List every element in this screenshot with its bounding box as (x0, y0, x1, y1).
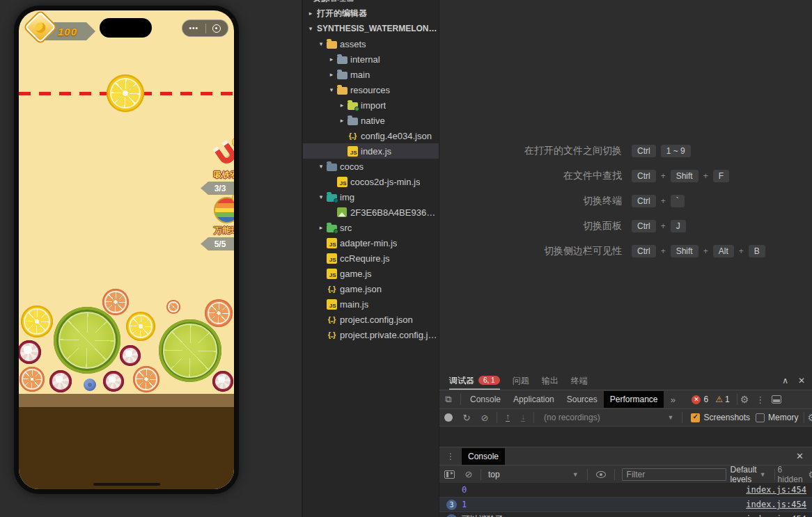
console-log-row[interactable]: 31index.js:454 (439, 498, 812, 512)
devtools-menu-icon[interactable]: ⋮ (756, 395, 765, 405)
warning-count[interactable]: ⚠ 1 (715, 395, 729, 404)
home-indicator (93, 483, 160, 486)
devtools-settings-icon[interactable]: ⚙ (740, 394, 749, 405)
chevron-down-icon[interactable]: ▾ (316, 193, 326, 200)
devtools-tab-performance[interactable]: Performance (604, 391, 664, 408)
folder-green-icon (347, 100, 358, 111)
capsule-menu-icon[interactable]: ••• (189, 25, 199, 32)
rainbow-ball-powerup-icon[interactable]: ▶ (214, 197, 234, 223)
source-location-link[interactable]: index.js:454 (746, 500, 806, 509)
panel-close-icon[interactable]: ✕ (798, 376, 805, 385)
game-screen[interactable]: 100 ••• ▶ 吸铁石 3/3 ▶ 万能球 5/5 (19, 10, 234, 489)
tree-row-main[interactable]: ▸main (303, 67, 439, 82)
shortcut-keys: Ctrl1 ~ 9 (632, 145, 691, 157)
miniprogram-capsule[interactable]: ••• (182, 19, 228, 37)
tree-row-img[interactable]: ▾img (303, 189, 439, 205)
mangosteen-fruit (120, 345, 141, 366)
tree-row-cocos2d-js-min-js[interactable]: JScocos2d-js-min.js (303, 174, 439, 189)
shortcut-keys: Ctrl+Shift+Alt+B (632, 245, 765, 257)
panel-tab-输出[interactable]: 输出 (542, 371, 559, 390)
tree-row-native[interactable]: ▸native (303, 113, 439, 128)
chevron-down-icon[interactable]: ▾ (327, 86, 336, 93)
mangosteen-fruit (49, 370, 72, 392)
log-levels-dropdown[interactable]: Default levels (731, 465, 757, 484)
tree-row-synthesis-watermelon-main[interactable]: ▾SYNTHESIS_WATERMELON-MAIN (303, 21, 439, 36)
devtools-toolbar: ⧉ ConsoleApplicationSourcesPerformance »… (439, 390, 812, 408)
tree-row-ccrequire-js[interactable]: JSccRequire.js (303, 250, 439, 266)
chevron-right-icon[interactable]: ▸ (316, 224, 326, 231)
clear-console-icon[interactable]: ⊘ (460, 469, 478, 479)
tree-row-2f3e6b8a4be936870-[interactable]: 2F3E6B8A4BE936870... (303, 205, 439, 220)
tree-row-project-private-config-js-[interactable]: {..}project.private.config.js... (303, 327, 439, 342)
console-settings-icon[interactable]: ⚙ (809, 469, 812, 480)
explorer-header: 资源管理器 (303, 0, 439, 6)
memory-checkbox[interactable] (756, 413, 765, 422)
tree-row-assets[interactable]: ▾assets (303, 36, 439, 51)
chevron-down-icon[interactable]: ▾ (316, 163, 326, 170)
more-tabs-icon[interactable]: » (664, 395, 682, 405)
console-log-row[interactable]: 0index.js:454 (439, 483, 812, 498)
chevron-right-icon[interactable]: ▸ (337, 117, 347, 124)
game-preview-phone: 100 ••• ▶ 吸铁石 3/3 ▶ 万能球 5/5 (14, 6, 239, 494)
keycap: Ctrl (632, 170, 656, 182)
dock-side-icon[interactable] (772, 395, 781, 404)
recordings-caret-icon[interactable]: ▼ (667, 414, 673, 421)
tree-row-adapter-min-js[interactable]: JSadapter-min.js (303, 235, 439, 250)
capture-settings-icon[interactable]: ⚙ (807, 412, 812, 423)
devtools-tab-console[interactable]: Console (464, 391, 507, 408)
drawer-menu-icon[interactable]: ⋮ (446, 455, 455, 458)
record-button[interactable] (444, 413, 453, 422)
tree-row-index-js[interactable]: JSindex.js (303, 143, 439, 159)
panel-maximize-icon[interactable]: ∧ (782, 376, 788, 385)
tree-row-src[interactable]: ▸src (303, 220, 439, 235)
tree-row-project-config-json[interactable]: {..}project.config.json (303, 312, 439, 327)
chevron-right-icon[interactable]: ▸ (337, 102, 347, 109)
reload-and-record-icon[interactable]: ↻ (458, 413, 476, 423)
inspect-element-icon[interactable]: ⧉ (439, 394, 458, 405)
console-filter-input[interactable] (622, 468, 726, 481)
recordings-dropdown[interactable]: (no recordings) (544, 413, 600, 422)
drawer-close-icon[interactable]: ✕ (796, 451, 812, 461)
console-log-list: 0index.js:45431index.js:454可以消除了index.js… (439, 483, 812, 517)
screenshots-checkbox[interactable] (691, 413, 700, 422)
source-location-link[interactable]: index.js:454 (746, 514, 806, 517)
ground (19, 407, 234, 489)
magnet-powerup-icon[interactable]: ▶ (214, 141, 234, 168)
tree-row-label: img (340, 192, 354, 202)
panel-tab-终端[interactable]: 终端 (571, 371, 588, 390)
tree-row-import[interactable]: ▸import (303, 97, 439, 113)
levels-caret-icon[interactable]: ▼ (760, 471, 766, 478)
save-profile-icon[interactable]: ↓ (521, 413, 525, 422)
devtools-tab-application[interactable]: Application (507, 391, 561, 408)
console-log-row[interactable]: 可以消除了index.js:454 (439, 512, 812, 517)
editor-empty-area[interactable]: 在打开的文件之间切换Ctrl1 ~ 9在文件中查找Ctrl+Shift+F切换终… (439, 0, 812, 371)
panel-tab-问题[interactable]: 问题 (513, 371, 529, 390)
clear-recordings-icon[interactable]: ⊘ (476, 413, 494, 423)
source-location-link[interactable]: index.js:454 (746, 485, 806, 495)
context-selector[interactable]: top (488, 470, 500, 479)
chevron-down-icon[interactable]: ▾ (316, 40, 326, 47)
shortcut-label: 切换侧边栏可见性 (439, 245, 622, 257)
tree-row-main-js[interactable]: JSmain.js (303, 296, 439, 312)
context-caret-icon[interactable]: ▼ (572, 471, 579, 478)
chevron-right-icon[interactable]: ▸ (327, 56, 336, 63)
chevron-down-icon[interactable]: ▾ (306, 25, 315, 32)
error-count[interactable]: ✕ 6 (692, 395, 708, 404)
tree-row-config-4e034-json[interactable]: {..}config.4e034.json (303, 128, 439, 143)
tree-row-cocos[interactable]: ▾cocos (303, 159, 439, 174)
devtools-tab-sources[interactable]: Sources (561, 391, 604, 408)
capsule-exit-icon[interactable] (212, 24, 221, 33)
tree-row-resources[interactable]: ▾resources (303, 82, 439, 97)
tree-row-game-json[interactable]: {..}game.json (303, 281, 439, 296)
tree-row-game-js[interactable]: JSgame.js (303, 266, 439, 281)
chevron-right-icon[interactable]: ▸ (306, 10, 315, 17)
tree-row-label: import (361, 100, 386, 111)
panel-tab-调试器[interactable]: 调试器6, 1 (449, 371, 500, 390)
drawer-tab-console[interactable]: Console (462, 448, 505, 465)
tree-row--[interactable]: ▸打开的编辑器 (303, 6, 439, 21)
console-sidebar-icon[interactable] (444, 470, 455, 479)
tree-row-internal[interactable]: ▸internal (303, 51, 439, 67)
chevron-right-icon[interactable]: ▸ (327, 71, 336, 78)
live-expression-icon[interactable] (596, 471, 606, 478)
load-profile-icon[interactable]: ↑ (506, 413, 510, 422)
